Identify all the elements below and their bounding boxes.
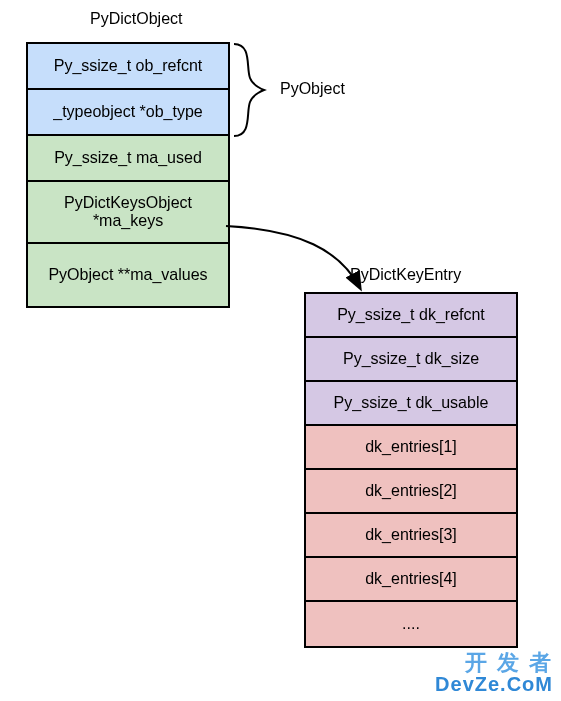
- watermark-line2: DevZe.CoM: [435, 674, 553, 695]
- field-ma-values: PyObject **ma_values: [28, 244, 228, 306]
- field-ma-used: Py_ssize_t ma_used: [28, 136, 228, 182]
- field-dk-size: Py_ssize_t dk_size: [306, 338, 516, 382]
- field-dk-entries-3: dk_entries[3]: [306, 514, 516, 558]
- watermark: 开 发 者 DevZe.CoM: [435, 651, 553, 695]
- pydictobject-struct: Py_ssize_t ob_refcnt _typeobject *ob_typ…: [26, 42, 230, 308]
- field-ob-type: _typeobject *ob_type: [28, 90, 228, 136]
- field-dk-usable: Py_ssize_t dk_usable: [306, 382, 516, 426]
- pydictkeyentry-struct: Py_ssize_t dk_refcnt Py_ssize_t dk_size …: [304, 292, 518, 648]
- watermark-line1: 开 发 者: [435, 651, 553, 674]
- right-title: PyDictKeyEntry: [350, 266, 461, 284]
- field-ob-refcnt: Py_ssize_t ob_refcnt: [28, 44, 228, 90]
- field-dk-entries-4: dk_entries[4]: [306, 558, 516, 602]
- field-dk-refcnt: Py_ssize_t dk_refcnt: [306, 294, 516, 338]
- arrow-ma-keys-to-keyentry: [226, 226, 360, 288]
- brace-icon: [234, 44, 264, 136]
- field-dk-entries-ellipsis: ....: [306, 602, 516, 646]
- brace-label: PyObject: [280, 80, 345, 98]
- left-title: PyDictObject: [90, 10, 182, 28]
- field-dk-entries-2: dk_entries[2]: [306, 470, 516, 514]
- field-dk-entries-1: dk_entries[1]: [306, 426, 516, 470]
- field-ma-keys: PyDictKeysObject *ma_keys: [28, 182, 228, 244]
